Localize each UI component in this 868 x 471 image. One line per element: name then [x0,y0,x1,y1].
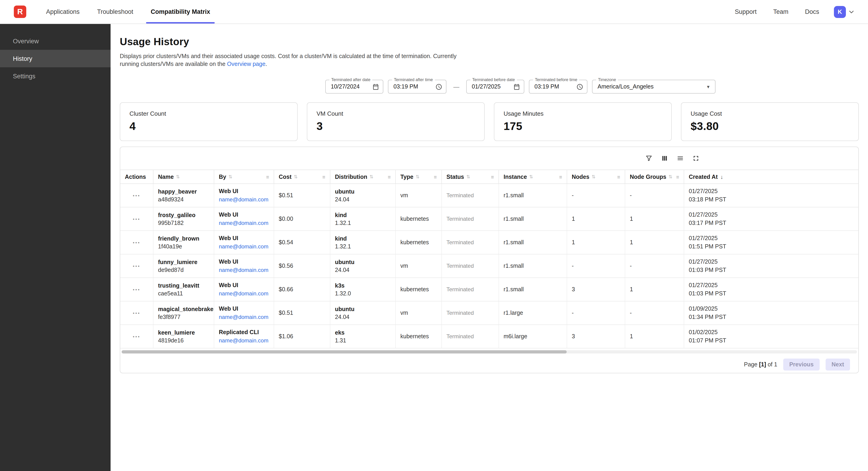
horizontal-scrollbar[interactable] [122,350,857,353]
actions-cell: ••• [120,231,153,254]
column-menu-icon[interactable]: ≡ [388,174,391,179]
column-header-type[interactable]: Type ⇅ ≡ [396,170,442,183]
table-row: ••• happy_beaver a48d9324 Web UI name@do… [120,184,858,207]
replicated-logo[interactable]: R [14,5,26,18]
chevron-down-icon[interactable] [848,8,855,16]
created-by-email-link[interactable]: name@domain.com [219,243,269,250]
sidebar-item-history[interactable]: History [0,50,111,67]
distribution-name: ubuntu [335,306,391,312]
nav-compatibility-matrix[interactable]: Compatibility Matrix [142,0,219,24]
created-by-email-link[interactable]: name@domain.com [219,290,269,297]
status-cell: Terminated [442,278,499,301]
calendar-icon[interactable] [513,83,520,90]
name-cell: friendly_brown 1f40a19e [153,231,214,254]
sidebar: Overview History Settings [0,24,111,471]
instance-cell: m6i.large [499,325,567,348]
distribution-cell: eks 1.31 [330,325,396,348]
sidebar-item-settings[interactable]: Settings [0,67,111,85]
status-cell: Terminated [442,184,499,207]
column-header-by[interactable]: By ⇅ ≡ [214,170,274,183]
name-cell: trusting_leavitt cae5ea11 [153,278,214,301]
distribution-version: 1.32.0 [335,290,391,297]
by-cell: Web UI name@domain.com [214,207,274,230]
created-by-email-link[interactable]: name@domain.com [219,220,269,226]
timezone-value: America/Los_Angeles [597,83,707,90]
overview-page-link[interactable]: Overview page [227,61,266,67]
stat-label: Cluster Count [129,110,288,117]
created-time: 01:07 PM PST [689,337,854,344]
column-header-created-at[interactable]: Created At ↓ [684,170,858,183]
type-cell: vm [396,301,442,324]
row-actions-button[interactable]: ••• [131,332,142,341]
page-shell: Overview History Settings Usage History … [0,24,868,471]
stat-card-usage-minutes: Usage Minutes 175 [494,102,672,141]
column-menu-icon[interactable]: ≡ [322,174,325,179]
column-menu-icon[interactable]: ≡ [617,174,620,179]
table-row: ••• funny_lumiere de9ed87d Web UI name@d… [120,255,858,278]
nav-team[interactable]: Team [773,8,788,15]
nav-troubleshoot[interactable]: Troubleshoot [89,0,142,24]
terminated-before-date-field[interactable]: Terminated before date 01/27/2025 [466,80,524,93]
horizontal-scrollbar-thumb[interactable] [122,350,566,353]
previous-page-button[interactable]: Previous [783,358,819,371]
column-header-name[interactable]: Name ⇅ [153,170,214,183]
stats-row: Cluster Count 4 VM Count 3 Usage Minutes… [120,102,859,141]
columns-button[interactable] [661,154,669,164]
column-menu-icon[interactable]: ≡ [434,174,437,179]
terminated-after-time-field[interactable]: Terminated after time 03:19 PM [388,80,446,93]
column-header-nodes[interactable]: Nodes ⇅ ≡ [567,170,625,183]
terminated-before-time-field[interactable]: Terminated before time 03:19 PM [529,80,587,93]
distribution-name: k3s [335,282,391,289]
clock-icon[interactable] [576,83,583,90]
created-time: 01:34 PM PST [689,314,854,320]
distribution-cell: ubuntu 24.04 [330,184,396,207]
row-actions-button[interactable]: ••• [131,238,142,247]
row-actions-button[interactable]: ••• [131,262,142,270]
nav-docs[interactable]: Docs [805,8,819,15]
filter-button[interactable] [645,154,653,164]
column-menu-icon[interactable]: ≡ [491,174,494,179]
row-actions-button[interactable]: ••• [131,285,142,294]
cluster-name: trusting_leavitt [158,282,209,289]
column-header-node-groups[interactable]: Node Groups ⇅ ≡ [625,170,684,183]
fullscreen-button[interactable] [692,154,700,164]
row-actions-button[interactable]: ••• [131,308,142,317]
created-date: 01/27/2025 [689,235,854,241]
created-by-email-link[interactable]: name@domain.com [219,337,269,344]
column-header-cost[interactable]: Cost ⇅ ≡ [274,170,330,183]
node-groups-cell: - [625,184,684,207]
created-by-email-link[interactable]: name@domain.com [219,196,269,203]
status-badge: Terminated [446,263,494,269]
distribution-name: eks [335,329,391,336]
distribution-version: 1.32.1 [335,219,391,226]
next-page-button[interactable]: Next [826,358,850,371]
column-menu-icon[interactable]: ≡ [676,174,679,179]
calendar-icon[interactable] [372,83,379,90]
clock-icon[interactable] [435,83,442,90]
column-header-distribution[interactable]: Distribution ⇅ ≡ [330,170,396,183]
sidebar-item-overview[interactable]: Overview [0,32,111,50]
row-actions-button[interactable]: ••• [131,214,142,223]
user-avatar[interactable]: K [834,6,846,18]
table-footer: Page [1] of 1 Previous Next [120,354,858,373]
status-badge: Terminated [446,239,494,246]
timezone-select[interactable]: Timezone America/Los_Angeles ▾ [592,80,715,93]
nav-support[interactable]: Support [735,8,757,15]
stat-value: 175 [503,120,662,133]
cluster-id: 4819de16 [158,337,209,344]
distribution-cell: ubuntu 24.04 [330,301,396,324]
status-badge: Terminated [446,333,494,340]
terminated-before-date-value: 01/27/2025 [472,83,510,90]
stat-value: 4 [129,120,288,133]
logo-letter: R [17,7,23,17]
created-by-email-link[interactable]: name@domain.com [219,267,269,273]
column-header-instance[interactable]: Instance ⇅ ≡ [499,170,567,183]
nav-applications[interactable]: Applications [37,0,89,24]
density-button[interactable] [676,154,684,164]
column-menu-icon[interactable]: ≡ [559,174,562,179]
column-header-status[interactable]: Status ⇅ ≡ [442,170,499,183]
terminated-after-date-field[interactable]: Terminated after date 10/27/2024 [325,80,383,93]
row-actions-button[interactable]: ••• [131,191,142,200]
created-by-email-link[interactable]: name@domain.com [219,314,269,320]
column-menu-icon[interactable]: ≡ [266,174,269,179]
